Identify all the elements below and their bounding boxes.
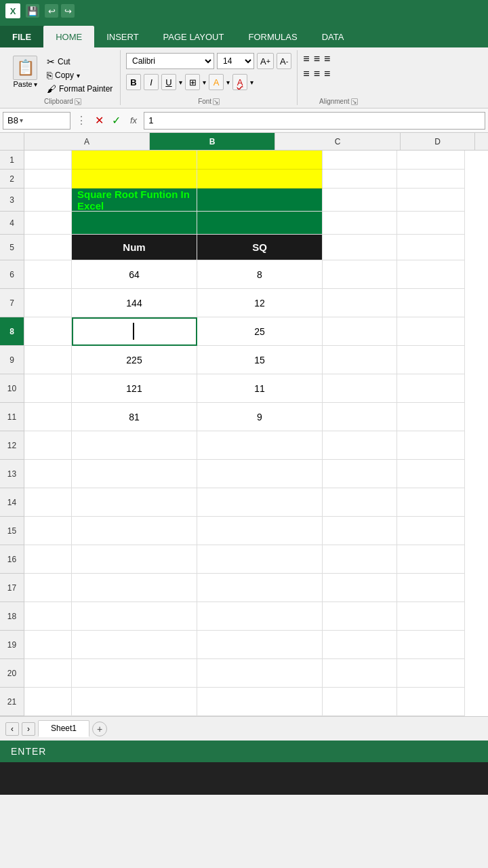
cell-b15[interactable] [72, 517, 197, 545]
cell-b6[interactable]: 64 [72, 260, 197, 289]
cell-a9[interactable] [24, 346, 72, 374]
cell-e7[interactable] [397, 289, 465, 317]
cell-a19[interactable] [24, 631, 72, 659]
row-header-7[interactable]: 7 [0, 289, 24, 317]
row-header-14[interactable]: 14 [0, 488, 24, 517]
row-header-20[interactable]: 20 [0, 659, 24, 688]
cell-b17[interactable] [72, 574, 197, 602]
cell-b9[interactable]: 225 [72, 346, 197, 374]
cell-d2[interactable] [323, 170, 397, 189]
cell-e16[interactable] [397, 545, 465, 574]
cell-c16[interactable] [197, 545, 323, 574]
fill-dropdown-icon[interactable]: ▾ [226, 79, 230, 86]
cell-b3[interactable]: Square Root Funtion In Excel [72, 189, 197, 212]
cell-c9[interactable]: 15 [197, 346, 323, 374]
cell-e9[interactable] [397, 346, 465, 374]
cell-e17[interactable] [397, 574, 465, 602]
cell-e18[interactable] [397, 602, 465, 631]
cell-e15[interactable] [397, 517, 465, 545]
cell-b2[interactable] [72, 170, 197, 189]
cell-a20[interactable] [24, 659, 72, 688]
cell-d13[interactable] [323, 460, 397, 488]
cell-d5[interactable] [323, 235, 397, 260]
cell-d14[interactable] [323, 488, 397, 517]
tab-formulas[interactable]: FORMULAS [236, 26, 309, 47]
tab-home[interactable]: HOME [43, 26, 94, 47]
cell-a16[interactable] [24, 545, 72, 574]
cell-a12[interactable] [24, 431, 72, 460]
copy-button[interactable]: ⎘ Copy ▾ [45, 69, 115, 81]
cell-c10[interactable]: 11 [197, 374, 323, 403]
cell-d8[interactable] [323, 317, 397, 346]
underline-button[interactable]: U [161, 74, 176, 90]
add-sheet-button[interactable]: + [92, 722, 107, 736]
tab-data[interactable]: DATA [310, 26, 357, 47]
cell-c4[interactable] [197, 212, 323, 235]
cell-e10[interactable] [397, 374, 465, 403]
font-grow-button[interactable]: A+ [257, 53, 274, 69]
tab-file[interactable]: FILE [0, 26, 43, 47]
cell-e12[interactable] [397, 431, 465, 460]
font-shrink-button[interactable]: A- [277, 53, 291, 69]
font-expand-icon[interactable]: ↘ [213, 98, 220, 105]
cell-a2[interactable] [24, 170, 72, 189]
row-header-17[interactable]: 17 [0, 574, 24, 602]
cell-d15[interactable] [323, 517, 397, 545]
col-header-a[interactable]: A [24, 133, 150, 150]
cell-a1[interactable] [24, 151, 72, 170]
border-dropdown-icon[interactable]: ▾ [203, 79, 206, 86]
row-header-3[interactable]: 3 [0, 189, 24, 212]
format-painter-button[interactable]: 🖌 Format Painter [45, 83, 115, 95]
name-box[interactable]: B8 ▾ [3, 112, 70, 130]
cell-d3[interactable] [323, 189, 397, 212]
cell-e1[interactable] [397, 151, 465, 170]
formula-cancel-button[interactable]: ✕ [95, 114, 104, 127]
cell-d18[interactable] [323, 602, 397, 631]
cell-a3[interactable] [24, 189, 72, 212]
font-color-button[interactable]: A [232, 74, 247, 90]
row-header-15[interactable]: 15 [0, 517, 24, 545]
cell-e21[interactable] [397, 688, 465, 716]
row-header-1[interactable]: 1 [0, 151, 24, 170]
cell-c14[interactable] [197, 488, 323, 517]
cell-b12[interactable] [72, 431, 197, 460]
row-header-21[interactable]: 21 [0, 688, 24, 716]
cell-c5[interactable]: SQ [197, 235, 323, 260]
row-header-11[interactable]: 11 [0, 403, 24, 431]
cell-d16[interactable] [323, 545, 397, 574]
tab-page-layout[interactable]: PAGE LAYOUT [151, 26, 237, 47]
col-header-e[interactable]: E [475, 133, 488, 150]
cell-d17[interactable] [323, 574, 397, 602]
col-header-b[interactable]: B [150, 133, 275, 150]
cell-d6[interactable] [323, 260, 397, 289]
cell-a17[interactable] [24, 574, 72, 602]
font-color-dropdown-icon[interactable]: ▾ [250, 79, 253, 86]
cell-c17[interactable] [197, 574, 323, 602]
cell-d9[interactable] [323, 346, 397, 374]
cell-a11[interactable] [24, 403, 72, 431]
cell-b10[interactable]: 121 [72, 374, 197, 403]
border-button[interactable]: ⊞ [185, 74, 200, 90]
cell-c1[interactable] [197, 151, 323, 170]
cell-b5[interactable]: Num [72, 235, 197, 260]
cell-c6[interactable]: 8 [197, 260, 323, 289]
row-header-12[interactable]: 12 [0, 431, 24, 460]
redo-button[interactable]: ↪ [61, 4, 75, 18]
alignment-expand-icon[interactable]: ↘ [351, 98, 358, 105]
cell-a21[interactable] [24, 688, 72, 716]
cell-d12[interactable] [323, 431, 397, 460]
cell-b8[interactable] [72, 317, 197, 346]
cell-e3[interactable] [397, 189, 465, 212]
cell-c11[interactable]: 9 [197, 403, 323, 431]
cell-c12[interactable] [197, 431, 323, 460]
cell-e14[interactable] [397, 488, 465, 517]
cell-a13[interactable] [24, 460, 72, 488]
cell-c2[interactable] [197, 170, 323, 189]
row-header-8[interactable]: 8 [0, 317, 24, 346]
cell-a7[interactable] [24, 289, 72, 317]
row-header-10[interactable]: 10 [0, 374, 24, 403]
cell-e5[interactable] [397, 235, 465, 260]
row-header-13[interactable]: 13 [0, 460, 24, 488]
cell-e8[interactable] [397, 317, 465, 346]
paste-dropdown-icon[interactable]: ▾ [34, 81, 37, 88]
